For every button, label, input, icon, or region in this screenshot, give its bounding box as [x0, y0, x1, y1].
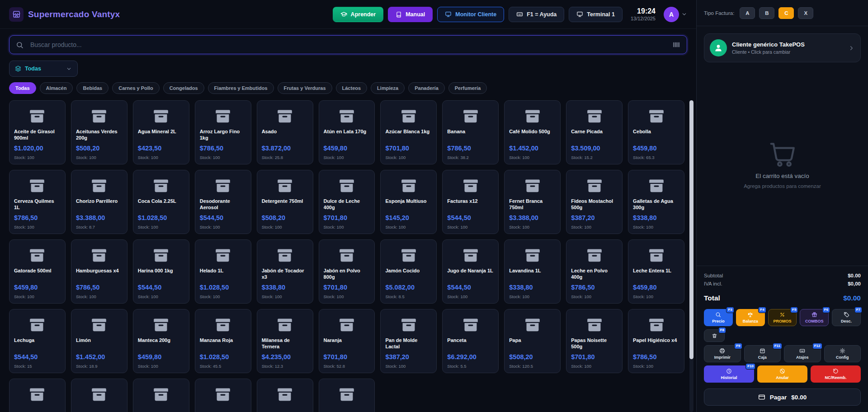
product-card[interactable] [71, 379, 127, 412]
product-card[interactable]: Carne Picada $3.509,00 Stock: 15.2 [566, 100, 623, 164]
combos-button[interactable]: F6COMBOS [800, 309, 829, 326]
factura-type-a[interactable]: A [740, 7, 755, 19]
category-chip-todas[interactable]: Todas [9, 82, 36, 94]
caja-button[interactable]: F11Caja [744, 345, 781, 362]
trash-button[interactable]: F8 [704, 329, 725, 342]
product-card[interactable] [195, 379, 251, 412]
product-card[interactable]: Asado $3.872,00 Stock: 25.8 [257, 100, 313, 164]
product-card[interactable] [9, 379, 66, 412]
product-card[interactable]: Jamón Cocido $5.082,00 Stock: 8.5 [380, 239, 437, 304]
barcode-icon[interactable] [672, 41, 680, 49]
product-card[interactable]: Leche Entera 1L $459,80 Stock: 100 [628, 239, 684, 304]
historial-button[interactable]: F10Historial [704, 365, 754, 383]
product-stock: Stock: 12.3 [262, 364, 308, 369]
product-card[interactable]: Aceitunas Verdes 200g $508,20 Stock: 100 [71, 100, 127, 164]
product-card[interactable]: Facturas x12 $544,50 Stock: 100 [442, 170, 499, 234]
product-card[interactable]: Atún en Lata 170g $459,80 Stock: 100 [319, 100, 375, 164]
category-chip-lácteos[interactable]: Lácteos [336, 82, 368, 94]
product-card[interactable]: Fernet Branca 750ml $3.388,00 Stock: 100 [504, 170, 561, 234]
promos-button[interactable]: F5PROMOS [768, 309, 797, 326]
product-card[interactable]: Desodorante Aerosol $544,50 Stock: 100 [195, 170, 251, 234]
product-card[interactable]: Fideos Mostachol 500g $387,20 Stock: 100 [566, 170, 623, 234]
product-card[interactable]: Chorizo Parrillero $3.388,00 Stock: 8.7 [71, 170, 127, 234]
ayuda-button[interactable]: F1 = Ayuda [509, 7, 564, 22]
category-chip-carnes-y-pollo[interactable]: Carnes y Pollo [112, 82, 159, 94]
product-card[interactable]: Lavandina 1L $338,80 Stock: 100 [504, 239, 561, 304]
product-price: $544,50 [200, 214, 246, 221]
product-card[interactable]: Panceta $6.292,00 Stock: 5.5 [442, 309, 499, 373]
user-menu[interactable]: A [664, 7, 687, 22]
product-card[interactable]: Cebolla $459,80 Stock: 65.3 [628, 100, 684, 164]
product-card[interactable]: Hamburguesas x4 $786,50 Stock: 100 [71, 239, 127, 304]
factura-type-x[interactable]: X [798, 7, 813, 19]
manual-button[interactable]: Manual [388, 7, 433, 22]
precio-button[interactable]: F3Precio [704, 309, 733, 326]
product-card[interactable] [133, 379, 189, 412]
category-chip-congelados[interactable]: Congelados [163, 82, 204, 94]
product-card[interactable]: Jabón de Tocador x3 $338,80 Stock: 100 [257, 239, 313, 304]
product-card[interactable]: Agua Mineral 2L $423,50 Stock: 100 [133, 100, 189, 164]
product-card[interactable]: Gatorade 500ml $459,80 Stock: 100 [9, 239, 66, 304]
product-card[interactable]: Harina 000 1kg $544,50 Stock: 100 [133, 239, 189, 304]
balanza-button[interactable]: F4Balanza [736, 309, 765, 326]
product-card[interactable]: Coca Cola 2.25L $1.028,50 Stock: 100 [133, 170, 189, 234]
client-card[interactable]: Cliente genérico TakePOS Cliente • Click… [704, 33, 861, 62]
avatar[interactable]: A [664, 7, 679, 22]
product-card[interactable]: Naranja $701,80 Stock: 52.8 [319, 309, 375, 373]
factura-type-b[interactable]: B [759, 7, 774, 19]
product-card[interactable]: Jugo de Naranja 1L $544,50 Stock: 100 [442, 239, 499, 304]
aprender-button[interactable]: Aprender [333, 7, 384, 22]
product-card[interactable]: Aceite de Girasol 900ml $1.020,00 Stock:… [9, 100, 66, 164]
product-card[interactable]: Limón $1.452,00 Stock: 18.9 [71, 309, 127, 373]
category-dropdown[interactable]: Todas [9, 61, 78, 77]
product-card[interactable]: Papas Noisette 500g $701,80 Stock: 100 [566, 309, 623, 373]
category-chip-panadería[interactable]: Panadería [408, 82, 445, 94]
product-card[interactable]: Detergente 750ml $508,20 Stock: 100 [257, 170, 313, 234]
product-card[interactable]: Dulce de Leche 400g $701,80 Stock: 100 [319, 170, 375, 234]
terminal-button[interactable]: Terminal 1 [569, 7, 623, 22]
imprimir-button[interactable]: F9Imprimir [704, 345, 741, 362]
nc-reemb-button[interactable]: NC/Reemb. [811, 365, 861, 383]
chevron-down-icon [66, 66, 72, 72]
product-card[interactable]: Lechuga $544,50 Stock: 15 [9, 309, 66, 373]
factura-type-c[interactable]: C [778, 7, 794, 19]
product-card[interactable]: Jabón en Polvo 800g $701,80 Stock: 100 [319, 239, 375, 304]
product-card[interactable]: Papel Higiénico x4 $786,50 Stock: 100 [628, 309, 684, 373]
product-card[interactable]: Leche en Polvo 400g $786,50 Stock: 100 [566, 239, 623, 304]
scrollbar-thumb[interactable] [689, 100, 693, 359]
descuento-button[interactable]: F7Desc. [832, 309, 861, 326]
product-card[interactable]: Cerveza Quilmes 1L $786,50 Stock: 100 [9, 170, 66, 234]
pagar-button[interactable]: Pagar $0.00 [704, 389, 861, 406]
category-chip-perfumería[interactable]: Perfumería [448, 82, 487, 94]
product-name: Banana [447, 129, 494, 141]
product-card[interactable] [319, 379, 375, 412]
product-card[interactable]: Helado 1L $1.028,50 Stock: 100 [195, 239, 251, 304]
product-card[interactable]: Esponja Multiuso $145,20 Stock: 100 [380, 170, 437, 234]
monitor-cliente-button[interactable]: Monitor Cliente [437, 7, 504, 22]
product-card[interactable]: Pan de Molde Lactal $387,20 Stock: 100 [380, 309, 437, 373]
product-card[interactable] [257, 379, 313, 412]
product-stock: Stock: 18.9 [76, 364, 123, 369]
atajos-button[interactable]: F12Atajos [784, 345, 821, 362]
category-chip-almacén[interactable]: Almacén [40, 82, 73, 94]
category-chip-fiambres-y-embutidos[interactable]: Fiambres y Embutidos [208, 82, 274, 94]
product-card[interactable]: Café Molido 500g $1.452,00 Stock: 100 [504, 100, 561, 164]
category-chip-frutas-y-verduras[interactable]: Frutas y Verduras [278, 82, 332, 94]
product-card[interactable]: Azúcar Blanca 1kg $701,80 Stock: 100 [380, 100, 437, 164]
product-card[interactable]: Galletas de Agua 300g $338,80 Stock: 100 [628, 170, 684, 234]
product-card[interactable]: Papa $508,20 Stock: 120.5 [504, 309, 561, 373]
product-card[interactable]: Manzana Roja $1.028,50 Stock: 45.5 [195, 309, 251, 373]
product-card[interactable]: Manteca 200g $459,80 Stock: 100 [133, 309, 189, 373]
product-card[interactable]: Arroz Largo Fino 1kg $786,50 Stock: 100 [195, 100, 251, 164]
config-button[interactable]: Config [824, 345, 861, 362]
product-card[interactable]: Milanesa de Ternera $4.235,00 Stock: 12.… [257, 309, 313, 373]
subtotal-value: $0.00 [848, 273, 861, 278]
category-chip-bebidas[interactable]: Bebidas [76, 82, 108, 94]
scrollbar-track[interactable] [689, 100, 693, 412]
product-stock: Stock: 100 [385, 364, 432, 369]
product-stock: Stock: 100 [262, 294, 308, 299]
product-card[interactable]: Banana $786,50 Stock: 38.2 [442, 100, 499, 164]
search-input[interactable] [30, 41, 666, 48]
anular-button[interactable]: Anular [757, 365, 807, 383]
category-chip-limpieza[interactable]: Limpieza [371, 82, 405, 94]
